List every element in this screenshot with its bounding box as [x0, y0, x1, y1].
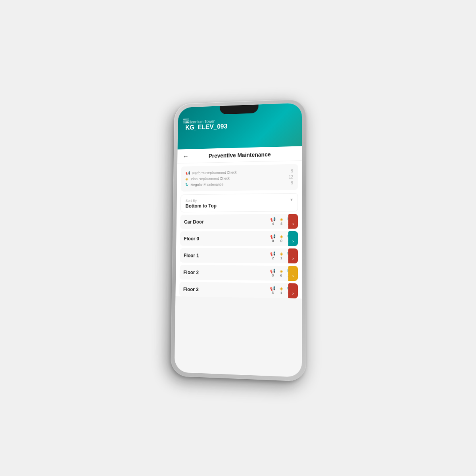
sort-value: Bottom to Top	[185, 202, 293, 209]
floor-cards: Car Door 📢 4 ◈ 4 ↻ 2 › Floor 0	[175, 214, 302, 298]
phone-wrapper: Millennium Tower KG_ELEV_093 ← Preventiv…	[171, 99, 306, 382]
count-diamond-3: 6	[280, 274, 282, 277]
floor-name-3: Floor 2	[183, 269, 270, 276]
count-diamond-1: 0	[280, 239, 282, 243]
icon-group-megaphone-2: 📢 2	[270, 251, 276, 260]
count-megaphone-2: 2	[272, 256, 274, 260]
floor-icons-2: 📢 2 ◈ 1 ↻ 1	[270, 251, 291, 260]
summary-label-3: Regular Maintenance	[191, 182, 224, 186]
floor-chevron-btn-3[interactable]: ›	[288, 266, 298, 281]
floor-name-4: Floor 3	[183, 286, 270, 293]
megaphone-icon-0: 📢	[270, 217, 276, 222]
icon-group-diamond-3: ◈ 6	[280, 269, 283, 277]
megaphone-icon-2: 📢	[270, 251, 276, 256]
diamond-icon-1: ◈	[280, 234, 283, 239]
icon-group-diamond-1: ◈ 0	[280, 234, 283, 243]
icon-group-megaphone-1: 📢 0	[270, 234, 276, 243]
count-diamond-2: 1	[280, 257, 282, 260]
count-megaphone-0: 4	[272, 222, 274, 226]
chevron-right-icon-4: ›	[292, 291, 294, 296]
floor-icons-3: 📢 0 ◈ 6 ↻ 2	[270, 269, 291, 278]
count-diamond-0: 4	[280, 222, 282, 226]
icon-group-diamond-4: ◈ 1	[280, 286, 283, 295]
summary-card: 📢 Perform Replacement Check 9 ◈ Plan Rep…	[181, 164, 298, 191]
floor-chevron-btn-0[interactable]: ›	[288, 214, 298, 229]
icon-group-megaphone-4: 📢 3	[270, 286, 275, 295]
phone-frame: Millennium Tower KG_ELEV_093 ← Preventiv…	[171, 99, 306, 382]
menu-line-1	[183, 119, 189, 119]
notch	[220, 104, 259, 114]
back-button[interactable]: ←	[182, 153, 188, 160]
floor-card-1: Floor 0 📢 0 ◈ 0 ↻ 2 ›	[180, 231, 298, 246]
page-title: Preventive Maintenance	[192, 151, 288, 159]
megaphone-icon-3: 📢	[270, 269, 276, 273]
diamond-icon-3: ◈	[280, 269, 283, 273]
menu-line-2	[183, 121, 189, 121]
content-area: ← Preventive Maintenance 📢 Perform Repla…	[175, 146, 302, 298]
refresh-icon: ↻	[185, 182, 188, 187]
icon-group-megaphone-3: 📢 0	[270, 269, 276, 277]
megaphone-icon: 📢	[186, 171, 190, 175]
floor-icons-0: 📢 4 ◈ 4 ↻ 2	[270, 217, 291, 225]
floor-card-3: Floor 2 📢 0 ◈ 6 ↻ 2 ›	[180, 265, 298, 281]
sort-label: Sort By	[186, 199, 197, 203]
count-megaphone-4: 3	[272, 291, 274, 295]
count-megaphone-1: 0	[272, 239, 274, 243]
summary-label-1: Perform Replacement Check	[192, 170, 237, 175]
summary-left-3: ↻ Regular Maintenance	[185, 182, 223, 187]
diamond-icon: ◈	[185, 177, 188, 181]
floor-chevron-btn-2[interactable]: ›	[288, 248, 298, 263]
megaphone-icon-4: 📢	[270, 286, 275, 291]
phone-screen: Millennium Tower KG_ELEV_093 ← Preventiv…	[175, 103, 302, 377]
summary-left-1: 📢 Perform Replacement Check	[186, 170, 237, 175]
floor-name-2: Floor 1	[184, 253, 270, 259]
floor-chevron-btn-4[interactable]: ›	[288, 283, 298, 298]
diamond-icon-2: ◈	[280, 251, 283, 256]
count-diamond-4: 1	[280, 291, 282, 295]
floor-icons-4: 📢 3 ◈ 1 ↻ 2	[270, 286, 290, 295]
icon-group-diamond-0: ◈ 4	[280, 217, 283, 226]
floor-chevron-btn-1[interactable]: ›	[288, 231, 298, 246]
diamond-icon-4: ◈	[280, 286, 283, 291]
diamond-icon-0: ◈	[280, 217, 283, 222]
floor-card-2: Floor 1 📢 2 ◈ 1 ↻ 1 ›	[180, 248, 298, 264]
summary-left-2: ◈ Plan Replacement Check	[185, 176, 230, 181]
chevron-right-icon-1: ›	[292, 238, 294, 244]
floor-icons-1: 📢 0 ◈ 0 ↻ 2	[270, 234, 291, 243]
summary-count-2: 12	[289, 175, 293, 179]
chevron-right-icon-2: ›	[292, 256, 294, 261]
chevron-right-icon-3: ›	[292, 273, 294, 279]
count-megaphone-3: 0	[272, 274, 274, 277]
summary-label-2: Plan Replacement Check	[191, 176, 230, 181]
summary-count-3: 9	[291, 181, 293, 185]
icon-group-megaphone-0: 📢 4	[270, 217, 276, 226]
floor-name-1: Floor 0	[184, 236, 270, 241]
chevron-down-icon: ▾	[290, 197, 293, 202]
summary-count-1: 9	[291, 169, 293, 173]
sort-section[interactable]: Sort By ▾ Bottom to Top	[180, 193, 298, 213]
icon-group-diamond-2: ◈ 1	[280, 251, 283, 260]
chevron-right-icon-0: ›	[292, 221, 294, 226]
floor-name-0: Car Door	[184, 219, 270, 225]
header-text: Millennium Tower KG_ELEV_093	[184, 116, 302, 131]
menu-icon[interactable]	[183, 119, 189, 123]
floor-card-0: Car Door 📢 4 ◈ 4 ↻ 2 ›	[180, 214, 298, 229]
megaphone-icon-1: 📢	[270, 234, 276, 239]
floor-card-4: Floor 3 📢 3 ◈ 1 ↻ 2 ›	[179, 282, 298, 298]
